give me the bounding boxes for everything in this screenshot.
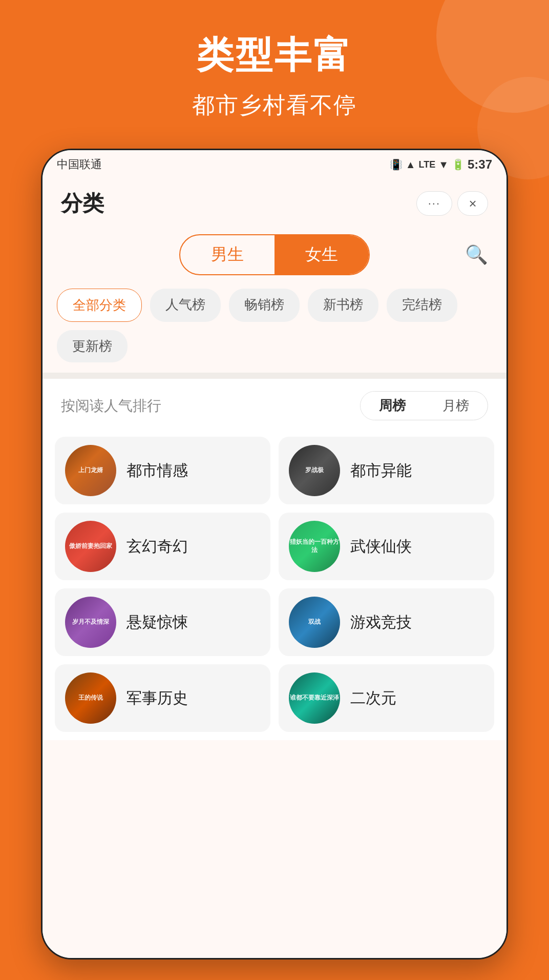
genre-card-0[interactable]: 上门龙婿都市情感 bbox=[55, 437, 270, 504]
hero-title: 类型丰富 bbox=[0, 31, 549, 80]
category-pill-2[interactable]: 畅销榜 bbox=[229, 289, 300, 322]
genre-card-7[interactable]: 谁都不要靠近深泽二次元 bbox=[279, 664, 494, 732]
monthly-tab[interactable]: 月榜 bbox=[424, 392, 488, 420]
male-tab[interactable]: 男生 bbox=[180, 235, 274, 274]
hero-section: 类型丰富 都市乡村看不停 bbox=[0, 31, 549, 120]
nav-actions: ··· × bbox=[416, 191, 488, 216]
carrier-text: 中国联通 bbox=[57, 157, 102, 172]
female-tab[interactable]: 女生 bbox=[274, 235, 369, 274]
gender-tab-section: 男生 女生 🔍 bbox=[43, 226, 506, 283]
genre-name-7: 二次元 bbox=[350, 688, 396, 709]
close-button[interactable]: × bbox=[457, 191, 488, 216]
genre-cover-2: 傲娇前妻抱回家 bbox=[65, 521, 116, 572]
genre-name-5: 游戏竞技 bbox=[350, 612, 412, 633]
ranking-title: 按阅读人气排行 bbox=[61, 396, 161, 416]
genre-cover-0: 上门龙婿 bbox=[65, 445, 116, 496]
category-pill-5[interactable]: 更新榜 bbox=[57, 330, 128, 362]
category-pills: 全部分类人气榜畅销榜新书榜完结榜更新榜 bbox=[43, 283, 506, 362]
genre-cover-4: 岁月不及情深 bbox=[65, 597, 116, 648]
genre-name-1: 都市异能 bbox=[350, 460, 412, 481]
vibrate-icon: 📳 bbox=[390, 158, 403, 171]
lte-icon: LTE bbox=[418, 159, 435, 170]
signal-icon: ▲ bbox=[406, 159, 416, 171]
phone-frame: 中国联通 📳 ▲ LTE ▼ 🔋 5:37 分类 ··· × 男生 女生 🔍 bbox=[41, 149, 508, 959]
category-pill-0[interactable]: 全部分类 bbox=[57, 289, 142, 322]
category-pill-4[interactable]: 完结榜 bbox=[387, 289, 457, 322]
gender-tabs-wrapper: 男生 女生 bbox=[179, 234, 370, 275]
top-nav: 分类 ··· × bbox=[43, 179, 506, 226]
hero-subtitle: 都市乡村看不停 bbox=[0, 90, 549, 120]
genre-cover-6: 王的传说 bbox=[65, 672, 116, 724]
genre-card-3[interactable]: 猎妖当的一百种方法武侠仙侠 bbox=[279, 513, 494, 580]
app-content: 分类 ··· × 男生 女生 🔍 全部分类人气榜畅销榜新书榜完结榜更新榜 按阅读… bbox=[43, 179, 506, 958]
status-icons: 📳 ▲ LTE ▼ 🔋 5:37 bbox=[390, 157, 492, 172]
genre-cover-1: 罗战极 bbox=[289, 445, 340, 496]
ranking-section: 按阅读人气排行 周榜 月榜 bbox=[43, 379, 506, 428]
genre-cover-7: 谁都不要靠近深泽 bbox=[289, 672, 340, 724]
search-icon[interactable]: 🔍 bbox=[465, 244, 488, 266]
genre-name-6: 军事历史 bbox=[126, 688, 188, 709]
genre-name-0: 都市情感 bbox=[126, 460, 188, 481]
weekly-tab[interactable]: 周榜 bbox=[361, 392, 424, 420]
genre-card-4[interactable]: 岁月不及情深悬疑惊悚 bbox=[55, 588, 270, 656]
ranking-tabs: 周榜 月榜 bbox=[360, 391, 488, 420]
category-pill-1[interactable]: 人气榜 bbox=[150, 289, 221, 322]
genre-card-5[interactable]: 双战游戏竞技 bbox=[279, 588, 494, 656]
genre-grid: 上门龙婿都市情感罗战极都市异能傲娇前妻抱回家玄幻奇幻猎妖当的一百种方法武侠仙侠岁… bbox=[43, 428, 506, 740]
section-divider bbox=[43, 373, 506, 379]
genre-card-1[interactable]: 罗战极都市异能 bbox=[279, 437, 494, 504]
status-time: 5:37 bbox=[468, 157, 492, 172]
genre-name-3: 武侠仙侠 bbox=[350, 536, 412, 557]
genre-cover-5: 双战 bbox=[289, 597, 340, 648]
genre-card-2[interactable]: 傲娇前妻抱回家玄幻奇幻 bbox=[55, 513, 270, 580]
genre-name-2: 玄幻奇幻 bbox=[126, 536, 188, 557]
more-button[interactable]: ··· bbox=[416, 191, 452, 216]
genre-name-4: 悬疑惊悚 bbox=[126, 612, 188, 633]
battery-icon: 🔋 bbox=[452, 158, 464, 171]
wifi-icon: ▼ bbox=[438, 159, 449, 171]
status-bar: 中国联通 📳 ▲ LTE ▼ 🔋 5:37 bbox=[43, 150, 506, 179]
page-title: 分类 bbox=[61, 189, 104, 218]
genre-card-6[interactable]: 王的传说军事历史 bbox=[55, 664, 270, 732]
category-pill-3[interactable]: 新书榜 bbox=[308, 289, 378, 322]
ranking-header: 按阅读人气排行 周榜 月榜 bbox=[61, 391, 488, 420]
genre-cover-3: 猎妖当的一百种方法 bbox=[289, 521, 340, 572]
